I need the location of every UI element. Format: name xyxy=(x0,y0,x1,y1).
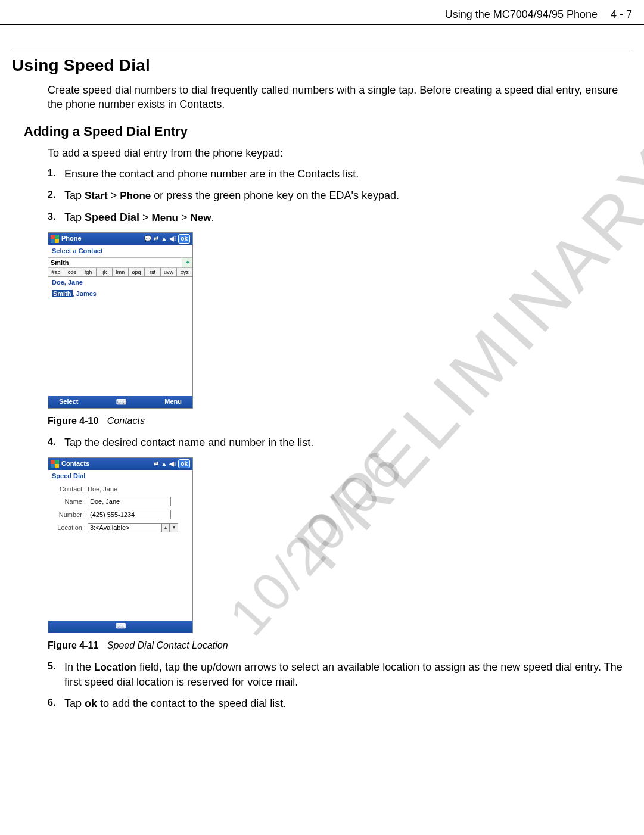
form-row-contact: Contact: Doe, Jane xyxy=(52,485,189,494)
form-row-name: Name: xyxy=(52,497,189,506)
contact-list: Doe, Jane Smith, James xyxy=(48,277,192,396)
step-4: 4. Tap the desired contact name and numb… xyxy=(48,435,632,450)
step-number: 1. xyxy=(48,167,55,180)
form-row-location: Location: ▴ ▾ xyxy=(52,523,189,532)
signal-icon: ▲ xyxy=(161,235,167,243)
spin-down-button[interactable]: ▾ xyxy=(170,523,178,532)
search-row: ✦ xyxy=(48,257,192,268)
tab-uvw[interactable]: uvw xyxy=(161,268,177,276)
alpha-tabs: #ab cde fgh ijk lmn opq rst uvw xyz xyxy=(48,268,192,277)
tab-ab[interactable]: #ab xyxy=(48,268,64,276)
step-text-pre: In the xyxy=(64,661,94,673)
tab-lmn[interactable]: lmn xyxy=(113,268,129,276)
tab-xyz[interactable]: xyz xyxy=(177,268,192,276)
tab-cde[interactable]: cde xyxy=(64,268,80,276)
step-6: 6. Tap ok to add the contact to the spee… xyxy=(48,696,632,711)
number-field[interactable] xyxy=(88,510,171,519)
contact-label: Contact: xyxy=(52,485,84,494)
sync-icon[interactable]: ⇄ xyxy=(154,235,158,243)
subsection-title: Adding a Speed Dial Entry xyxy=(24,123,632,141)
figure-number: Figure 4-11 xyxy=(48,640,98,650)
sub-bar: Select a Contact xyxy=(48,245,192,257)
spin-up-button[interactable]: ▴ xyxy=(161,523,170,532)
location-label: Location: xyxy=(52,524,84,532)
header-page-number: 4 - 7 xyxy=(611,7,632,21)
number-label: Number: xyxy=(52,510,84,519)
step-text-post: to add the contact to the speed dial lis… xyxy=(97,697,286,709)
step-text-pre: Tap xyxy=(64,697,85,709)
start-icon[interactable] xyxy=(51,460,59,468)
section-rule xyxy=(12,49,632,49)
page-header: Using the MC7004/94/95 Phone 4 - 7 xyxy=(0,0,644,25)
gt: > xyxy=(108,189,120,201)
bold-ok: ok xyxy=(85,697,97,709)
steps-list: 1. Ensure the contact and phone number a… xyxy=(48,167,632,225)
step-2: 2. Tap Start > Phone or press the green … xyxy=(48,188,632,203)
menu-phone: Phone xyxy=(120,190,151,201)
list-item-rest: , James xyxy=(73,290,97,297)
tab-rst[interactable]: rst xyxy=(145,268,161,276)
title-bar: Phone 💬 ⇄ ▲ ◀⁞ ok xyxy=(48,233,192,245)
highlight-match: Smith xyxy=(52,290,73,297)
volume-icon[interactable]: ◀⁞ xyxy=(169,235,176,243)
tab-ijk[interactable]: ijk xyxy=(97,268,113,276)
figure-4-10-screenshot: Phone 💬 ⇄ ▲ ◀⁞ ok Select a Contact ✦ #ab… xyxy=(48,232,193,409)
section-intro: Create speed dial numbers to dial freque… xyxy=(48,83,632,112)
menu-start: Start xyxy=(85,190,108,201)
watermark-date: 10/20/06 xyxy=(213,434,419,651)
list-item[interactable]: Smith, James xyxy=(48,288,192,300)
signal-icon: ▲ xyxy=(161,460,167,468)
location-field[interactable] xyxy=(88,523,161,532)
figure-title: Contacts xyxy=(107,416,145,426)
softkey-menu[interactable]: Menu xyxy=(164,397,182,406)
ok-button[interactable]: ok xyxy=(178,234,190,244)
title-bar: Contacts ⇄ ▲ ◀⁞ ok xyxy=(48,458,192,470)
start-icon[interactable] xyxy=(51,235,59,243)
steps-list-cont2: 5. In the Location field, tap the up/dow… xyxy=(48,660,632,711)
step-text-post: field, tap the up/down arrows to select … xyxy=(64,661,623,688)
softkey-select[interactable]: Select xyxy=(59,397,78,406)
tab-fgh[interactable]: fgh xyxy=(80,268,97,276)
tray-icons: 💬 ⇄ ▲ ◀⁞ xyxy=(144,235,176,243)
bold-speed-dial: Speed Dial xyxy=(85,211,139,223)
step-1: 1. Ensure the contact and phone number a… xyxy=(48,167,632,181)
step-text-post: . xyxy=(211,211,214,223)
voice-icon[interactable]: ✦ xyxy=(182,258,192,267)
subsection-intro: To add a speed dial entry from the phone… xyxy=(48,146,632,160)
name-field[interactable] xyxy=(88,497,171,506)
ok-button[interactable]: ok xyxy=(178,459,190,469)
menu-new: New xyxy=(190,212,211,223)
keyboard-icon[interactable]: ⌨ xyxy=(116,621,126,631)
step-text: Tap the desired contact name and number … xyxy=(64,437,313,448)
step-5: 5. In the Location field, tap the up/dow… xyxy=(48,660,632,689)
menu-menu: Menu xyxy=(152,212,178,223)
speed-dial-form: Contact: Doe, Jane Name: Number: Locatio… xyxy=(48,482,192,621)
step-text-pre: Tap xyxy=(64,211,85,223)
step-number: 2. xyxy=(48,188,55,201)
list-item[interactable]: Doe, Jane xyxy=(48,277,192,288)
figure-number: Figure 4-10 xyxy=(48,416,98,426)
section-title: Using Speed Dial xyxy=(12,54,632,77)
tab-opq[interactable]: opq xyxy=(129,268,145,276)
header-title: Using the MC7004/94/95 Phone xyxy=(445,7,598,21)
step-number: 6. xyxy=(48,696,55,709)
step-text-pre: Tap xyxy=(64,189,85,201)
volume-icon[interactable]: ◀⁞ xyxy=(169,460,176,468)
figure-4-11-screenshot: Contacts ⇄ ▲ ◀⁞ ok Speed Dial Contact: D… xyxy=(48,457,193,633)
soft-key-bar: ⌨ xyxy=(48,621,192,633)
soft-key-bar: Select ⌨ Menu xyxy=(48,396,192,408)
contact-value: Doe, Jane xyxy=(88,485,117,494)
form-row-number: Number: xyxy=(52,510,189,519)
figure-4-11-caption: Figure 4-11 Speed Dial Contact Location xyxy=(48,639,632,652)
step-text: Ensure the contact and phone number are … xyxy=(64,168,359,180)
step-3: 3. Tap Speed Dial > Menu > New. xyxy=(48,210,632,225)
step-number: 5. xyxy=(48,660,55,673)
gt: > xyxy=(178,211,191,223)
gt: > xyxy=(139,211,152,223)
chat-icon[interactable]: 💬 xyxy=(144,235,151,243)
sub-bar: Speed Dial xyxy=(48,470,192,482)
bold-location: Location xyxy=(94,662,136,673)
sync-icon[interactable]: ⇄ xyxy=(154,460,158,468)
keyboard-icon[interactable]: ⌨ xyxy=(116,397,126,407)
search-input[interactable] xyxy=(48,258,182,267)
